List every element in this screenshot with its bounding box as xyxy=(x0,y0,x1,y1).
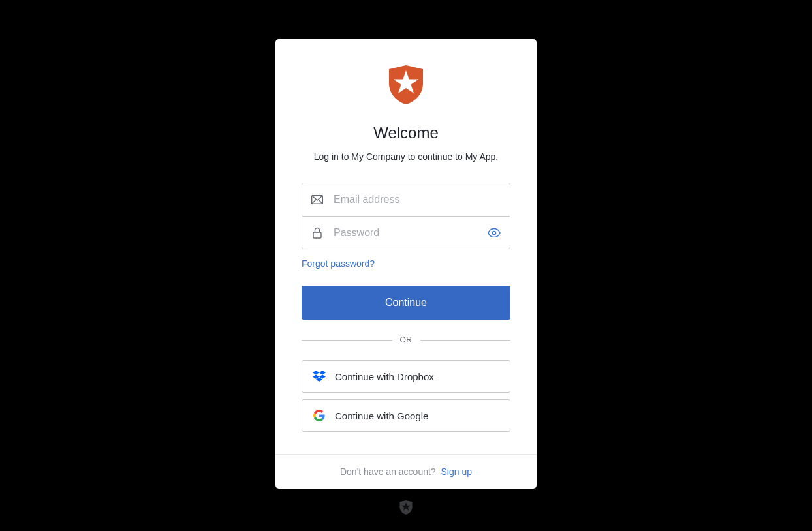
email-row xyxy=(302,183,510,216)
svg-point-3 xyxy=(492,231,495,234)
page-subtitle: Log in to My Company to continue to My A… xyxy=(314,151,499,162)
password-field[interactable] xyxy=(334,227,488,239)
dropbox-icon xyxy=(313,370,326,383)
app-logo xyxy=(389,65,423,107)
divider-line-left xyxy=(302,340,392,341)
or-divider: OR xyxy=(302,335,510,344)
svg-marker-4 xyxy=(313,371,319,374)
signup-prompt: Don't have an account? xyxy=(340,466,436,477)
continue-button[interactable]: Continue xyxy=(302,286,510,320)
google-icon xyxy=(313,409,326,422)
google-button-label: Continue with Google xyxy=(335,410,428,421)
mail-icon xyxy=(311,194,323,205)
card-footer: Don't have an account? Sign up xyxy=(275,454,537,489)
svg-rect-2 xyxy=(313,232,321,238)
email-field[interactable] xyxy=(334,194,501,205)
lock-icon xyxy=(311,227,323,239)
continue-with-dropbox-button[interactable]: Continue with Dropbox xyxy=(302,360,510,393)
svg-marker-5 xyxy=(319,371,326,374)
shield-star-icon xyxy=(389,65,423,104)
dropbox-button-label: Continue with Dropbox xyxy=(335,371,434,382)
show-password-icon[interactable] xyxy=(488,226,501,239)
password-row xyxy=(302,216,510,249)
forgot-password-link[interactable]: Forgot password? xyxy=(302,258,375,269)
signup-link[interactable]: Sign up xyxy=(441,466,472,477)
page-title: Welcome xyxy=(373,124,439,142)
provider-badge-icon xyxy=(399,500,413,517)
divider-label: OR xyxy=(392,335,420,344)
card-body: Welcome Log in to My Company to continue… xyxy=(275,39,537,454)
credentials-input-group xyxy=(302,183,510,249)
login-card: Welcome Log in to My Company to continue… xyxy=(275,39,537,489)
divider-line-right xyxy=(420,340,511,341)
continue-with-google-button[interactable]: Continue with Google xyxy=(302,399,510,432)
